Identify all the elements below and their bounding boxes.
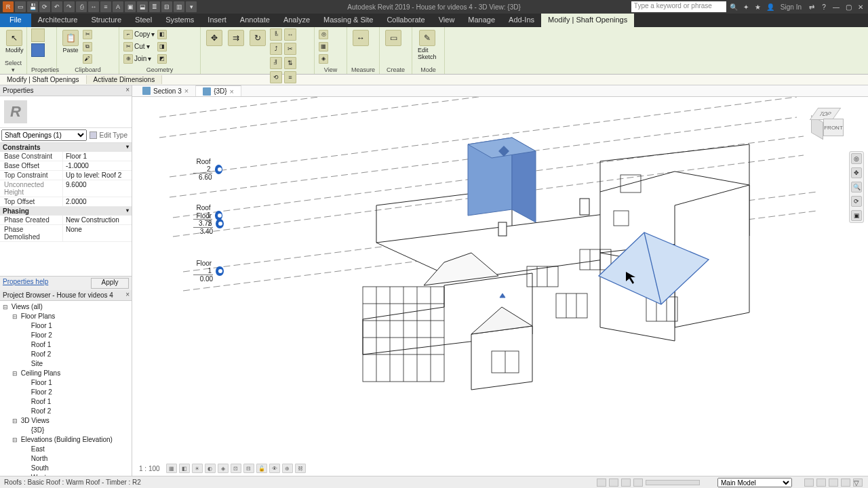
offset-button[interactable]: ⇉ [226,28,245,47]
tree-node[interactable]: East [0,445,132,454]
view-tab[interactable]: Section 3× [136,85,196,96]
search-input[interactable]: Type a keyword or phrase [631,1,726,12]
thin-lines-icon[interactable]: ≣ [149,1,160,12]
redo-icon[interactable]: ↷ [64,1,75,12]
tree-node[interactable]: Floor 2 [0,331,132,340]
wheel-icon[interactable]: ◎ [851,153,862,164]
tab-structure[interactable]: Structure [84,14,128,27]
app-menu-icon[interactable]: R [3,1,14,12]
sun-path-icon[interactable]: ☀ [192,464,203,473]
minimize-icon[interactable]: — [831,2,841,12]
type-selector[interactable]: Shaft Openings (1) [1,129,87,141]
properties-help-link[interactable]: Properties help [3,278,48,289]
lookat-icon[interactable]: ▣ [851,210,862,221]
close-icon[interactable]: × [125,86,130,94]
close-icon[interactable]: × [230,87,234,96]
tab-manage[interactable]: Manage [461,14,502,27]
tree-node[interactable]: Floor 1 [0,321,132,331]
filter-icon[interactable]: ▽ [853,479,863,487]
3d-icon[interactable]: ▣ [125,1,136,12]
temp-hide-icon[interactable]: 👁 [269,464,280,473]
activate-dimensions-button[interactable]: Activate Dimensions [87,75,163,84]
tab-modify-shaft-openings[interactable]: Modify | Shaft Openings [541,14,634,27]
modify-tool-button[interactable]: ↖Modify [4,28,25,55]
rotate-button[interactable]: ↻ [248,28,267,47]
switch-window-icon[interactable]: ▥ [174,1,184,12]
unlock-3d-icon[interactable]: 🔓 [256,464,267,473]
section-icon[interactable]: ⬓ [137,1,148,12]
tree-node[interactable]: West [0,473,132,476]
exchange-icon[interactable]: ⇄ [807,2,816,12]
align-icon[interactable]: ≡ [100,1,111,12]
3d-model[interactable] [132,97,868,476]
browser-tree[interactable]: Views (all) Floor Plans Floor 1 Floor 2 … [0,301,132,476]
shadows-icon[interactable]: ◐ [205,464,216,473]
edit-type-button[interactable]: Edit Type [87,131,130,139]
type-properties-icon[interactable] [31,43,45,57]
properties-icon[interactable] [31,28,45,42]
qat-dropdown-icon[interactable]: ▾ [186,1,197,12]
close-icon[interactable]: × [125,291,130,298]
zoom-icon[interactable]: 🔍 [851,182,862,192]
crop-visible-icon[interactable]: ⊟ [243,464,254,473]
tree-node[interactable]: Roof 2 [0,407,132,416]
drawing-area[interactable]: Roof 26.60Roof 13.75Floor 23.40Floor 10.… [132,97,868,476]
help-icon[interactable]: ? [819,2,829,12]
star-icon[interactable]: ★ [753,2,763,12]
detail-level-icon[interactable]: ▦ [166,464,177,473]
level-marker[interactable]: Roof 26.60 [193,158,222,181]
property-row[interactable]: Phase DemolishedNone [0,225,132,242]
tab-steel[interactable]: Steel [128,14,159,27]
view-cube[interactable]: TOP FRONT [810,108,849,140]
save-icon[interactable]: 💾 [27,1,38,12]
pan-icon[interactable]: ✥ [851,167,862,178]
tree-node[interactable]: North [0,454,132,464]
property-row[interactable]: Base Offset-1.0000 [0,161,132,171]
tab-view[interactable]: View [432,14,462,27]
orbit-icon[interactable]: ⟳ [851,196,862,207]
tab-collaborate[interactable]: Collaborate [380,14,431,27]
property-row[interactable]: Base ConstraintFloor 1 [0,152,132,161]
keyshot-icon[interactable]: ✦ [741,2,751,12]
tree-node[interactable]: Site [0,359,132,369]
tab-systems[interactable]: Systems [159,14,201,27]
cut-geom-button[interactable]: ✂Cut ▾ [123,41,155,52]
close-inactive-icon[interactable]: ⊟ [161,1,172,12]
tree-node[interactable]: Ceiling Plans [0,369,132,378]
tree-node[interactable]: Floor 1 [0,378,132,388]
level-marker[interactable]: Floor 23.40 [193,212,224,235]
properties-grid[interactable]: ConstraintsBase ConstraintFloor 1Base Of… [0,143,132,242]
tab-file[interactable]: File [0,14,31,27]
property-row[interactable]: Phase CreatedNew Construction [0,216,132,225]
tree-node[interactable]: Roof 1 [0,397,132,407]
copy-clipboard-button[interactable]: ⧉ [83,41,92,52]
scale-selector[interactable]: 1 : 100 [135,465,164,472]
join-button[interactable]: ⊕Join ▾ [123,53,155,64]
property-group[interactable]: Constraints [0,143,132,152]
level-head-icon[interactable] [216,266,224,276]
measure-button[interactable]: ↔ [351,28,370,47]
property-group[interactable]: Phasing [0,207,132,216]
sync-icon[interactable]: ⟳ [39,1,50,12]
tree-node[interactable]: Roof 1 [0,340,132,350]
tree-node[interactable]: {3D} [0,426,132,435]
close-icon[interactable]: × [184,87,189,95]
tab-add-ins[interactable]: Add-Ins [502,14,541,27]
cope-button[interactable]: ⌐Copy ▾ [123,28,155,40]
cut-clipboard-button[interactable]: ✂ [83,28,92,40]
match-type-button[interactable]: 🖌 [83,53,92,64]
tree-node[interactable]: 3D Views [0,416,132,426]
visual-style-icon[interactable]: ◧ [179,464,190,473]
tab-architecture[interactable]: Architecture [31,14,85,27]
print-icon[interactable]: ⎙ [76,1,87,12]
render-icon[interactable]: ◈ [218,464,229,473]
tab-insert[interactable]: Insert [201,14,233,27]
search-icon[interactable]: 🔍 [729,2,738,12]
view-tab[interactable]: {3D}× [196,85,241,96]
maximize-icon[interactable]: ▢ [844,2,853,12]
move-button[interactable]: ✥ [205,28,224,47]
tab-massing-site[interactable]: Massing & Site [317,14,380,27]
user-icon[interactable]: 👤 [766,2,775,12]
sign-in-link[interactable]: Sign In [778,3,804,11]
level-marker[interactable]: Floor 10.00 [193,260,224,283]
